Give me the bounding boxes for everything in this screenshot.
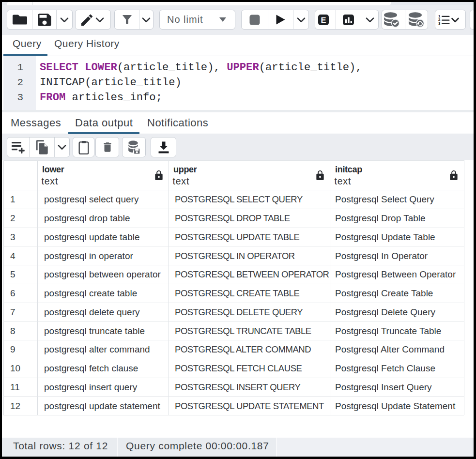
svg-text:E: E	[321, 16, 326, 25]
